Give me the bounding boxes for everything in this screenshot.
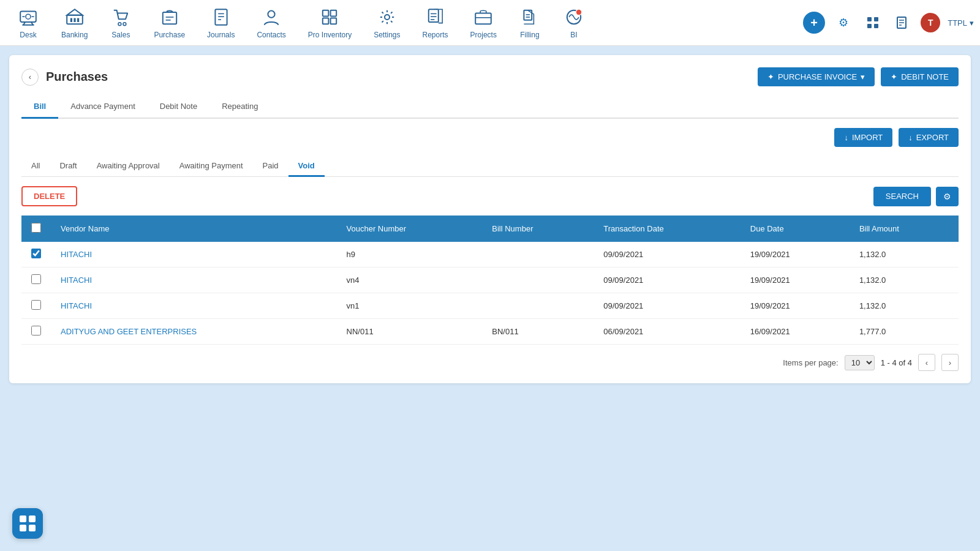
row-checkbox-3[interactable] [31,326,41,335]
banking-icon [64,6,86,28]
vendor-name-cell-1: HITACHI [51,268,337,293]
select-all-checkbox[interactable] [31,223,41,233]
main-content: ‹ Purchases ✦ PURCHASE INVOICE ▾ ✦ DEBIT… [0,46,980,392]
transaction-date-cell-3: 06/09/2021 [594,319,740,345]
add-button[interactable]: + [803,12,825,34]
contacts-icon [260,6,282,28]
svg-marker-8 [67,9,83,15]
prev-page-button[interactable]: ‹ [918,354,935,371]
nav-item-projects[interactable]: Projects [459,1,508,44]
svg-rect-38 [867,17,872,21]
row-checkbox-cell-3 [21,319,51,345]
debit-note-button[interactable]: ✦ DEBIT NOTE [881,67,959,86]
reports-label: Reports [423,31,448,39]
page-header: ‹ Purchases ✦ PURCHASE INVOICE ▾ ✦ DEBIT… [21,67,959,86]
nav-item-banking[interactable]: Banking [50,1,99,44]
items-per-page-select[interactable]: 10 25 50 [845,355,875,370]
svg-rect-11 [77,18,79,22]
bill-number-header: Bill Number [482,216,594,242]
settings-label: Settings [374,31,400,39]
row-checkbox-0[interactable] [31,249,41,258]
tab-bill[interactable]: Bill [21,96,58,119]
svg-rect-9 [70,18,72,22]
page-header-left: ‹ Purchases [21,69,108,86]
svg-rect-14 [163,12,176,24]
due-date-cell-2: 19/09/2021 [741,293,850,319]
row-checkbox-cell-2 [21,293,51,319]
svg-rect-31 [475,13,491,24]
vendor-link-0[interactable]: HITACHI [61,250,92,259]
nav-item-contacts[interactable]: Contacts [246,1,296,44]
row-checkbox-1[interactable] [31,274,41,284]
nav-item-purchase[interactable]: Purchase [143,1,196,44]
nav-item-reports[interactable]: Reports [412,1,459,44]
nav-item-bi[interactable]: BI [552,1,596,44]
page-info: 1 - 4 of 4 [881,358,912,367]
nav-item-desk[interactable]: Desk [6,1,50,44]
nav-item-journals[interactable]: Journals [196,1,246,44]
status-tab-draft[interactable]: Draft [50,156,86,177]
vendor-link-3[interactable]: ADITYUG AND GEET ENTERPRISES [61,327,197,336]
tab-debit-note[interactable]: Debit Note [148,96,209,119]
export-button[interactable]: ↓ EXPORT [899,128,959,147]
nav-right-section: + ⚙ T TTPL ▾ [803,12,974,34]
row-checkbox-cell-1 [21,268,51,293]
doc-button[interactable] [891,12,913,34]
status-tab-all[interactable]: All [21,156,50,177]
items-per-page-label: Items per page: [783,358,838,367]
purchase-invoice-button[interactable]: ✦ PURCHASE INVOICE ▾ [758,67,875,86]
desk-icon [17,6,39,28]
nav-item-pro-inventory[interactable]: Pro Inventory [297,1,363,44]
transaction-date-cell-1: 09/09/2021 [594,268,740,293]
bill-amount-cell-3: 1,777.0 [850,319,959,345]
status-tab-awaiting-approval[interactable]: Awaiting Approval [87,156,170,177]
purchases-card: ‹ Purchases ✦ PURCHASE INVOICE ▾ ✦ DEBIT… [9,55,971,383]
settings-button[interactable]: ⚙ [832,12,854,34]
bi-icon [563,6,585,28]
tab-repeating[interactable]: Repeating [209,96,270,119]
bill-amount-header: Bill Amount [850,216,959,242]
journals-label: Journals [207,31,235,39]
grid-button[interactable] [862,12,884,34]
vendor-link-2[interactable]: HITACHI [61,301,92,310]
select-all-header [21,216,51,242]
voucher-number-cell-2: vn1 [337,293,483,319]
tab-advance-payment[interactable]: Advance Payment [58,96,148,119]
filling-icon [519,6,541,28]
due-date-cell-1: 19/09/2021 [741,268,850,293]
next-page-button[interactable]: › [941,354,959,371]
transaction-date-cell-0: 09/09/2021 [594,242,740,268]
svg-point-12 [118,23,121,26]
upload-icon: ↓ [908,133,913,142]
svg-rect-39 [874,17,878,21]
nav-item-sales[interactable]: Sales [99,1,143,44]
transaction-date-cell-2: 09/09/2021 [594,293,740,319]
svg-rect-23 [331,10,337,17]
delete-button[interactable]: DELETE [21,186,77,206]
back-button[interactable]: ‹ [21,69,39,86]
sales-label: Sales [111,31,130,39]
vendor-name-cell-0: HITACHI [51,242,337,268]
transaction-date-header: Transaction Date [594,216,740,242]
action-row: DELETE SEARCH ⚙ [21,186,959,206]
status-tab-paid[interactable]: Paid [253,156,288,177]
svg-rect-41 [874,24,878,28]
pro-inventory-icon [318,6,341,28]
user-label[interactable]: TTPL ▾ [948,18,974,28]
filter-row: ↓ IMPORT ↓ EXPORT [21,128,959,147]
status-tabs: All Draft Awaiting Approval Awaiting Pay… [21,156,959,177]
status-tab-awaiting-payment[interactable]: Awaiting Payment [170,156,253,177]
gear-settings-button[interactable]: ⚙ [936,187,959,206]
status-tab-void[interactable]: Void [288,156,325,177]
svg-rect-27 [428,9,438,22]
bill-amount-cell-1: 1,132.0 [850,268,959,293]
nav-item-filling[interactable]: Filling [508,1,552,44]
contacts-label: Contacts [257,31,285,39]
due-date-cell-0: 19/09/2021 [741,242,850,268]
row-checkbox-2[interactable] [31,300,41,310]
import-button[interactable]: ↓ IMPORT [834,128,892,147]
chevron-down-icon: ▾ [861,72,865,81]
search-button[interactable]: SEARCH [873,187,931,206]
nav-item-settings[interactable]: Settings [363,1,411,44]
vendor-link-1[interactable]: HITACHI [61,276,92,285]
